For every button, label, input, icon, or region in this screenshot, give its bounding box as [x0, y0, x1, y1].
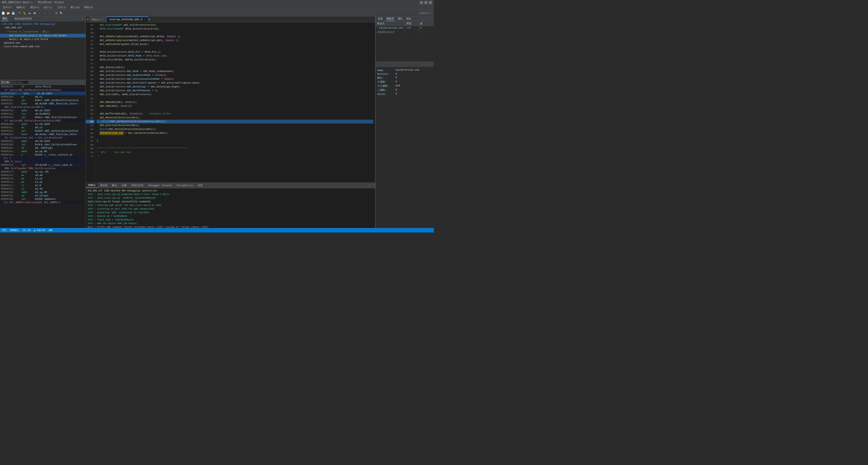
detail-val-default: 0 [396, 76, 397, 80]
tree-gdb-item[interactable]: riscv-none-embed-gdb.exe [0, 45, 86, 48]
tab-startup-close[interactable]: × [144, 19, 145, 21]
toolbar-extra2[interactable]: 🔍 [59, 11, 64, 16]
code-line-64: while(ADC_GetCalibrationStatus(ADC1)); [97, 127, 373, 131]
detail-bin-row: 二进制： 0 [377, 88, 432, 92]
toolbar-new[interactable]: 📄 [1, 11, 5, 16]
var-maximize[interactable]: □ [425, 17, 429, 21]
tab-modules[interactable]: 模块 [405, 17, 412, 21]
toolbar-debug[interactable]: 🐛 [23, 11, 27, 16]
disasm-close[interactable]: × [81, 81, 84, 84]
menu-tools[interactable]: 工具(T) [55, 5, 68, 9]
disasm-row: 000003be: j 0x254 <__riscv_restore_3> [0, 153, 86, 156]
disasm-row: 000003d2: addi a0,sp,20 [0, 191, 86, 194]
code-line-52: ADC_InitStructure.ADC_ExternalTrigConv =… [97, 81, 373, 85]
tab-startup[interactable]: startup_ch32v30x_D8C.S × [107, 17, 148, 22]
tab-main-c[interactable]: main.c × [89, 17, 107, 22]
tab-variables[interactable]: 变量 [377, 17, 384, 21]
menu-edit[interactable]: 编辑(E) [14, 5, 28, 9]
menu-file[interactable]: 文件(F) [1, 5, 14, 9]
close-button[interactable]: × [429, 1, 432, 4]
menu-window[interactable]: 窗口(W) [69, 5, 82, 9]
code-area[interactable]: 37 38 39 40 41 42 43 44 45 46 47 48 49 5… [86, 22, 375, 182]
toolbar-run[interactable]: ▶ [27, 11, 32, 16]
tab-breakpoints[interactable]: 断点 [110, 183, 119, 188]
tree-elf-item[interactable]: ▾ ADC_DMA.elf [0, 26, 86, 30]
detail-close[interactable]: × [429, 62, 433, 66]
toolbar-step-return[interactable]: ↑ [48, 11, 52, 16]
disasm-location-input[interactable] [11, 81, 29, 84]
console-minimize[interactable]: — [363, 184, 367, 187]
detail-details-row: Details: 0 [377, 72, 432, 76]
quick-access-label[interactable]: 快速访问 ▼ [420, 11, 433, 15]
toolbar-save[interactable]: 💾 [11, 11, 16, 16]
tree-main-item[interactable]: main() at main.c:174 0x478 [0, 37, 86, 41]
console-close[interactable]: × [371, 184, 375, 187]
menu-help[interactable]: 帮助(H) [82, 5, 96, 9]
tree-fn-item[interactable]: ADC_Function_Init() at main.c:62 0x394 [0, 34, 86, 37]
tab-debugger-console[interactable]: Debugger Console [146, 183, 175, 188]
console-line: Info : [wch_riscv.cpu.0] Examined RISC-V… [88, 193, 373, 196]
console-line: [wch_riscv.cpu.0] Target successfully ex… [88, 200, 373, 204]
debug-panel-close[interactable]: × [81, 17, 84, 21]
toolbar-open[interactable]: 📂 [6, 11, 10, 16]
tree-root-item[interactable]: ▾ ADC_DMA [GDB OpenOCD MRS Debugging] [0, 22, 86, 26]
toolbar-sep2 [53, 11, 53, 15]
line-num: 53 [86, 85, 95, 89]
tree-thread-item[interactable]: ▾ Thread #1 (Suspended : 断点) [0, 30, 86, 34]
toolbar-stop[interactable]: ⏹ [32, 11, 37, 16]
tab-memory[interactable]: 内存 [195, 183, 205, 188]
tab-debug[interactable]: 调试 [1, 16, 8, 21]
var-col-name-header: 表达式 [376, 21, 405, 26]
disasm-src-row: 125 RCC_AHBPeriphClockCmd( RCC_AHBPeri [0, 201, 86, 204]
tree-openocd-item[interactable]: openocd.exe [0, 41, 86, 45]
disasm-maximize[interactable]: □ [76, 81, 80, 84]
var-row-calibration[interactable]: ▾ Calibrattion_Val s16 0 [376, 26, 434, 30]
line-num: 67 [86, 139, 95, 143]
code-line-69: /***************************************… [97, 147, 373, 150]
tab-registers[interactable]: 寄存器 [98, 183, 110, 188]
var-val-calibration: 0 [419, 26, 434, 30]
var-minimize[interactable]: — [421, 17, 424, 21]
minimize-button[interactable]: — [420, 1, 423, 4]
line-num: 61 [86, 116, 95, 120]
menu-run[interactable]: 运行(L) [41, 5, 55, 9]
tab-peripherals[interactable]: Peripherals [175, 183, 196, 188]
toolbar-build[interactable]: 🔨 [18, 11, 22, 16]
code-line-59 [97, 108, 373, 112]
disasm-minimize[interactable]: — [72, 81, 76, 84]
console-line: Info : accepting 'gdb' connection on tcp… [88, 211, 373, 214]
detail-minimize[interactable]: — [421, 62, 424, 66]
line-num-62: 62 [86, 120, 95, 123]
title-bar: ADC_DMA/User/main.c - MounRiver Studio —… [0, 0, 434, 5]
debug-panel-minimize[interactable]: — [72, 17, 76, 21]
var-row-add[interactable]: 添加新的表达式 [376, 30, 434, 34]
toolbar-step-into[interactable]: ↓ [37, 11, 42, 16]
console-maximize[interactable]: □ [367, 184, 371, 187]
tab-console[interactable]: 控制台 [86, 183, 98, 188]
code-line-57: ADC_DMACmd(ADC1, ENABLE); [97, 100, 373, 104]
tab-executables[interactable]: 可执行文件 [129, 183, 146, 188]
debug-panel-maximize[interactable]: □ [76, 17, 80, 21]
var-close[interactable]: × [429, 17, 433, 21]
debug-tree: ▾ ADC_DMA [GDB OpenOCD MRS Debugging] ▾ … [0, 21, 86, 80]
menu-project[interactable]: 项目(P) [28, 5, 41, 9]
toolbar-extra1[interactable]: ⚙ [54, 11, 59, 16]
window-controls: — □ × [420, 1, 432, 4]
center-panel: ◀ main.c × startup_ch32v30x_D8C.S × ▶ 37… [86, 16, 375, 228]
tab-nav-left[interactable]: ◀ [86, 18, 89, 21]
code-line-66 [97, 135, 373, 139]
tab-main-c-close[interactable]: × [102, 18, 104, 21]
code-line-46: GPIO_Init(GPIOA, &GPIO_InitStructure); [97, 58, 373, 62]
maximize-button[interactable]: □ [424, 1, 428, 4]
code-line-43 [97, 46, 373, 50]
tab-expressions[interactable]: 表达式 [385, 16, 395, 21]
code-content[interactable]: ADC_InitTypeDef ADC_InitStructure={0}; G… [95, 22, 375, 182]
tab-project-manager[interactable]: 项目资源管理器 [13, 17, 33, 21]
detail-val-name: Calibrattion_Val [396, 68, 420, 72]
disasm-row: 000003d6: jal 0x260 <memset> [0, 197, 86, 201]
tab-nav-right[interactable]: ▶ [148, 18, 151, 21]
tab-problems[interactable]: 问题 [119, 183, 129, 188]
toolbar-step-over[interactable]: → [42, 11, 47, 16]
tab-properties[interactable]: 属性 [397, 17, 403, 21]
detail-maximize[interactable]: □ [425, 62, 429, 66]
